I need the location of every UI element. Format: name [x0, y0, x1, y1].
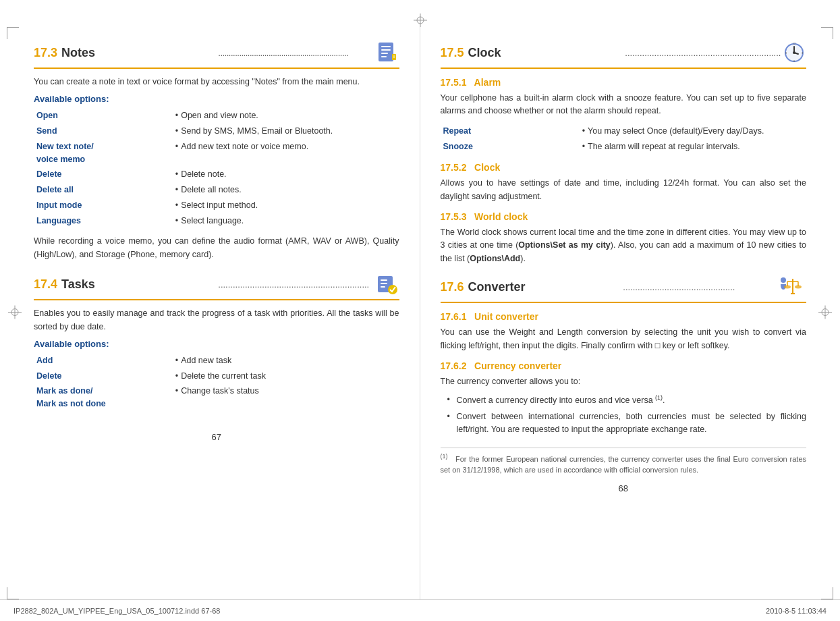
- svg-rect-16: [381, 283, 387, 284]
- section-17-5-dots: ........................................…: [625, 48, 782, 58]
- opt-val-snooze: •The alarm will repeat at regular interv…: [580, 139, 806, 155]
- opt-key-snooze: Snooze: [441, 139, 580, 155]
- section-17-4-heading: 17.4 Tasks .............................…: [34, 272, 399, 300]
- svg-point-26: [793, 51, 795, 54]
- opt-key-delete: Delete: [34, 167, 173, 182]
- opt-key-mark-done: Mark as done/Mark as not done: [34, 383, 173, 412]
- bottom-bar-left: IP2882_802A_UM_YIPPEE_Eng_USA_05_100712.…: [13, 607, 220, 615]
- svg-point-37: [795, 286, 802, 289]
- svg-rect-6: [379, 43, 393, 61]
- svg-point-31: [781, 277, 786, 283]
- section-17-5-num: 17.5: [441, 46, 464, 60]
- svg-rect-7: [381, 46, 391, 47]
- section-17-3-num: 17.3: [34, 46, 57, 60]
- section-17-5-heading: 17.5 Clock .............................…: [441, 40, 807, 69]
- opt-val-delete-task: •Delete the current task: [173, 369, 399, 384]
- tasks-icon: [375, 272, 399, 296]
- footnote-area: (1) For the former European national cur…: [441, 448, 807, 476]
- table-row: Mark as done/Mark as not done •Change ta…: [34, 383, 399, 412]
- opt-key-repeat: Repeat: [441, 124, 580, 139]
- table-row: Repeat •You may select Once (default)/Ev…: [441, 124, 807, 139]
- bottom-bar-right: 2010-8-5 11:03:44: [766, 607, 827, 615]
- subsection-17-6-1-title: Unit converter: [474, 311, 538, 322]
- opt-val-delete: •Delete note.: [173, 167, 399, 182]
- footnote-text: (1) For the former European national cur…: [441, 452, 807, 476]
- subsection-17-5-2-body: Allows you to have settings of date and …: [441, 177, 807, 203]
- section-17-6-num: 17.6: [441, 280, 464, 294]
- section-17-4-dots: ........................................…: [218, 279, 374, 290]
- opt-val-input-mode: •Select input method.: [173, 198, 399, 213]
- bottom-bar: IP2882_802A_UM_YIPPEE_Eng_USA_05_100712.…: [0, 599, 840, 621]
- svg-rect-15: [381, 279, 387, 281]
- converter-icon: [778, 275, 806, 299]
- section-17-3-intro: You can create a note in text or voice f…: [34, 76, 399, 88]
- subsection-17-6-1-num: 17.6.1: [441, 311, 467, 322]
- opt-key-delete-task: Delete: [34, 369, 173, 384]
- section-17-4-options-label: Available options:: [34, 339, 399, 349]
- svg-rect-9: [381, 53, 388, 54]
- section-17-6-dots: ........................................…: [623, 282, 778, 292]
- notes-icon: [375, 40, 399, 65]
- list-item: Convert a currency directly into euros a…: [447, 394, 807, 408]
- side-crosshair-right: [817, 304, 833, 323]
- subsection-17-5-3-num: 17.5.3: [441, 211, 467, 222]
- subsection-17-5-2-heading: 17.5.2 Clock: [441, 162, 807, 173]
- section-17-4-options-table: Add •Add new task Delete •Delete the cur…: [34, 353, 399, 412]
- svg-point-36: [784, 286, 791, 289]
- opt-val-send: •Send by SMS, MMS, Email or Bluetooth.: [173, 124, 399, 139]
- svg-rect-10: [381, 56, 387, 57]
- subsection-17-5-2-title: Clock: [474, 162, 500, 173]
- section-17-4-intro: Enables you to easily manage and track t…: [34, 307, 399, 333]
- opt-val-repeat: •You may select Once (default)/Every day…: [580, 124, 806, 139]
- opt-key-input-mode: Input mode: [34, 198, 173, 213]
- opt-val-open: •Open and view note.: [173, 108, 399, 124]
- subsection-17-5-1-body: Your cellphone has a built-in alarm cloc…: [441, 92, 807, 118]
- table-row: Input mode •Select input method.: [34, 198, 399, 213]
- opt-key-open: Open: [34, 108, 173, 124]
- subsection-17-5-3-body: The World clock shows current local time…: [441, 226, 807, 265]
- subsection-17-5-2-num: 17.5.2: [441, 162, 467, 173]
- table-row: New text note/voice memo •Add new text n…: [34, 139, 399, 167]
- table-row: Languages •Select language.: [34, 213, 399, 229]
- section-17-3-options-table: Open •Open and view note. Send •Send by …: [34, 108, 399, 228]
- subsection-17-5-1-num: 17.5.1: [441, 77, 467, 88]
- page-container: 17.3 Notes .............................…: [0, 0, 840, 621]
- main-content: 17.3 Notes .............................…: [0, 0, 840, 621]
- subsection-17-6-2-heading: 17.6.2 Currency converter: [441, 360, 807, 371]
- opt-key-send: Send: [34, 124, 173, 139]
- subsection-17-5-3-heading: 17.5.3 World clock: [441, 211, 807, 222]
- opt-val-languages: •Select language.: [173, 213, 399, 229]
- subsection-17-6-2-num: 17.6.2: [441, 360, 467, 371]
- list-item: Convert between international currencies…: [447, 410, 807, 437]
- clock-icon: 12 3 6 9: [782, 40, 806, 65]
- opt-val-new-text: •Add new text note or voice memo.: [173, 139, 399, 167]
- opt-key-new-text: New text note/voice memo: [34, 139, 173, 167]
- top-crosshair: [412, 12, 428, 28]
- table-row: Open •Open and view note.: [34, 108, 399, 124]
- opt-key-add: Add: [34, 353, 173, 369]
- section-17-3-title: Notes: [61, 46, 218, 60]
- table-row: Delete •Delete the current task: [34, 369, 399, 384]
- subsection-17-6-2-title: Currency converter: [474, 360, 561, 371]
- subsection-17-5-1-title: Alarm: [474, 77, 501, 88]
- section-17-3-options-label: Available options:: [34, 94, 399, 104]
- left-column: 17.3 Notes .............................…: [0, 27, 420, 599]
- page-number-left: 67: [34, 432, 399, 442]
- svg-text:12: 12: [793, 42, 796, 45]
- opt-val-add: •Add new task: [173, 353, 399, 369]
- table-row: Delete •Delete note.: [34, 167, 399, 182]
- opt-val-mark-done: •Change task's status: [173, 383, 399, 412]
- subsection-17-6-2-intro: The currency converter allows you to:: [441, 375, 807, 388]
- subsection-17-5-1-heading: 17.5.1 Alarm: [441, 77, 807, 88]
- subsection-17-6-1-body: You can use the Weight and Length conver…: [441, 326, 807, 352]
- alarm-options-table: Repeat •You may select Once (default)/Ev…: [441, 124, 807, 155]
- table-row: Add •Add new task: [34, 353, 399, 369]
- table-row: Delete all •Delete all notes.: [34, 182, 399, 198]
- section-17-6-title: Converter: [468, 280, 623, 294]
- section-17-3-heading: 17.3 Notes .............................…: [34, 40, 399, 69]
- table-row: Send •Send by SMS, MMS, Email or Bluetoo…: [34, 124, 399, 139]
- side-crosshair-left: [7, 304, 23, 323]
- svg-rect-17: [381, 286, 385, 288]
- section-17-3-dots: ........................................…: [218, 48, 374, 58]
- section-17-4-num: 17.4: [34, 277, 57, 292]
